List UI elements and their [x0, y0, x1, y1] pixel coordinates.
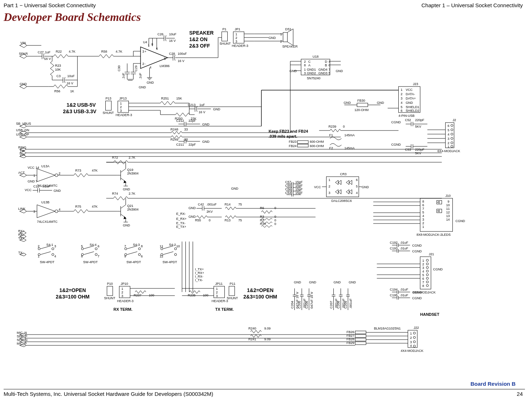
- svg-text:GND: GND: [269, 36, 276, 40]
- svg-text:5KV: 5KV: [415, 125, 421, 128]
- res-r241: R2419.09: [249, 335, 271, 341]
- svg-text:3: 3: [422, 218, 424, 221]
- svg-line-467: [127, 252, 137, 255]
- svg-text:SPKR: SPKR: [19, 52, 28, 56]
- svg-text:E_TX+: E_TX+: [176, 225, 187, 229]
- cap-c53: CGND C53 220pF 5KV: [391, 143, 428, 155]
- svg-text:1: 1: [329, 178, 330, 182]
- svg-text:9.09: 9.09: [264, 337, 271, 341]
- svg-text:.01uF: .01uF: [400, 247, 409, 250]
- svg-text:R22: R22: [56, 50, 62, 53]
- svg-point-554: [426, 259, 429, 261]
- svg-text:6: 6: [401, 109, 403, 112]
- svg-text:4: 4: [401, 101, 403, 105]
- svg-text:11: 11: [160, 244, 163, 248]
- svg-text:CGND: CGND: [412, 249, 422, 253]
- res-r73: R73 47K: [58, 169, 117, 177]
- svg-text:16 V: 16 V: [169, 39, 176, 43]
- footer-page: 24: [517, 391, 523, 397]
- svg-text:SPEAKER: SPEAKER: [282, 45, 298, 48]
- inverter-u13a: 1 2 U13A VCC14 GND7 74LCX14MTC: [28, 164, 61, 187]
- svg-text:R74: R74: [112, 192, 118, 195]
- svg-text:GND: GND: [202, 140, 210, 143]
- svg-text:120-OHM: 120-OHM: [355, 108, 369, 112]
- cap-c212: C212 22pF GND: [176, 119, 210, 126]
- svg-text:1&2 USB-5V: 1&2 USB-5V: [67, 102, 96, 108]
- svg-text:R56: R56: [54, 89, 61, 93]
- svg-text:.001uF: .001uF: [207, 203, 217, 206]
- svg-text:100uF: 100uF: [178, 52, 187, 56]
- svg-text:C54: C54: [285, 191, 292, 195]
- svg-text:15pF: 15pF: [295, 191, 303, 195]
- svg-text:C55: C55: [285, 184, 292, 187]
- svg-text:GND: GND: [139, 85, 146, 89]
- svg-text:VIN: VIN: [20, 153, 25, 156]
- svg-text:7: 7: [124, 244, 126, 248]
- svg-line-479: [163, 252, 174, 255]
- svg-text:C3: C3: [57, 74, 61, 78]
- svg-text:8: 8: [81, 255, 83, 258]
- svg-text:R58: R58: [101, 50, 108, 53]
- svg-rect-90: [222, 32, 228, 41]
- header-left: Part 1 − Universal Socket Connectivity: [4, 2, 96, 8]
- svg-text:R6: R6: [260, 206, 264, 210]
- svg-text:CGND: CGND: [412, 244, 422, 247]
- svg-text:2&3 OFF: 2&3 OFF: [189, 43, 210, 49]
- svg-text:JP10: JP10: [121, 282, 128, 286]
- svg-line-297: [121, 169, 126, 172]
- svg-text:47K: 47K: [92, 169, 98, 172]
- ferrite-fb23: FB23 600-OHM: [289, 140, 324, 143]
- svg-text:GND: GND: [294, 280, 302, 284]
- svg-text:16 V: 16 V: [178, 59, 185, 63]
- svg-text:GND: GND: [336, 69, 343, 73]
- svg-text:BLM18AG102SN1: BLM18AG102SN1: [374, 327, 401, 330]
- svg-text:1: 1: [422, 259, 424, 262]
- svg-text:SPK_N: SPK_N: [17, 338, 28, 342]
- svg-text:C206: C206: [305, 301, 308, 309]
- svg-text:600-OHM: 600-OHM: [310, 140, 324, 143]
- svg-text:R241: R241: [249, 337, 257, 341]
- svg-text:R2: R2: [260, 218, 264, 222]
- svg-text:10uF: 10uF: [169, 32, 177, 36]
- svg-text:C26: C26: [158, 32, 164, 36]
- svg-rect-117: [118, 101, 129, 112]
- svg-text:TX+: TX+: [18, 236, 25, 240]
- svg-text:C208: C208: [337, 301, 340, 309]
- svg-text:0: 0: [275, 206, 276, 210]
- svg-point-262: [451, 145, 453, 147]
- svg-line-331: [121, 205, 126, 208]
- svg-text:2&3=100 OHM: 2&3=100 OHM: [56, 294, 90, 300]
- svg-text:4: 4: [59, 208, 61, 211]
- svg-text:16 V: 16 V: [67, 81, 74, 85]
- svg-point-631: [413, 341, 416, 343]
- svg-text:C212: C212: [176, 119, 184, 123]
- svg-text:1uF: 1uF: [45, 50, 51, 54]
- svg-text:C28: C28: [169, 52, 175, 56]
- svg-text:GND2: GND2: [307, 71, 316, 75]
- svg-text:U13A: U13A: [41, 164, 50, 168]
- svg-text:C: C: [308, 60, 311, 63]
- svg-text:C193: C193: [390, 247, 398, 250]
- svg-text:6: 6: [98, 244, 100, 248]
- svg-text:R235: R235: [188, 293, 196, 297]
- svg-text:0: 0: [343, 125, 345, 128]
- port-ring: RING TIP VIN: [18, 146, 442, 158]
- svg-text:1&2=OPEN: 1&2=OPEN: [247, 287, 274, 293]
- svg-text:GND: GND: [349, 280, 356, 284]
- svg-text:I_RX+: I_RX+: [195, 271, 204, 275]
- svg-text:DS1: DS1: [285, 27, 292, 31]
- svg-text:2: 2: [410, 336, 412, 340]
- res-r74: R74 2.7K: [106, 192, 442, 200]
- svg-text:R3: R3: [260, 215, 264, 218]
- svg-text:1: 1: [422, 225, 424, 229]
- svg-point-439: [52, 248, 54, 250]
- svg-text:2&3=100 OHM: 2&3=100 OHM: [244, 294, 277, 300]
- svg-text:RX TERM.: RX TERM.: [114, 307, 133, 311]
- svg-text:J23: J23: [413, 82, 419, 86]
- svg-text:2.7K: 2.7K: [129, 192, 136, 195]
- svg-text:C57: C57: [285, 180, 292, 184]
- svg-text:E_TX-: E_TX-: [176, 221, 186, 225]
- res-r239: R239 0: [319, 125, 399, 132]
- svg-text:TX-: TX-: [18, 251, 24, 255]
- svg-line-464: [127, 246, 137, 249]
